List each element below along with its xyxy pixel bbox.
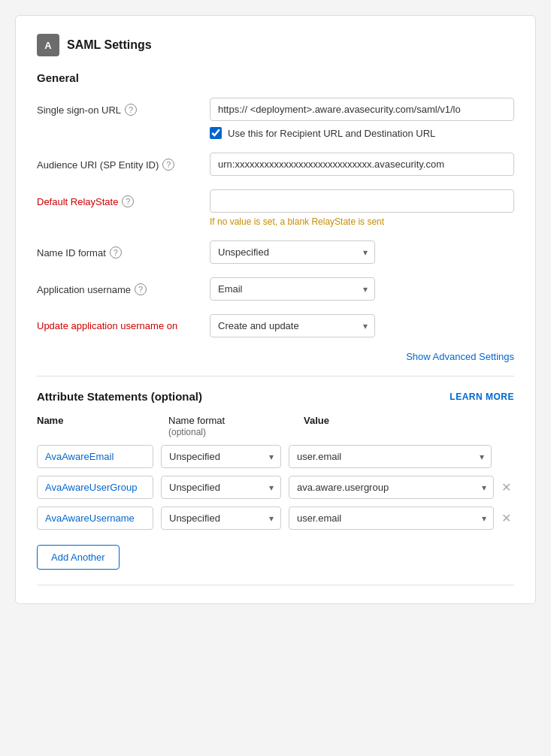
sso-url-controls: Use this for Recipient URL and Destinati… <box>210 98 514 139</box>
update-username-label: Update application username on <box>37 314 202 331</box>
attr-section-title: Attribute Statements (optional) <box>37 390 202 403</box>
remove-row-3-button[interactable]: ✕ <box>498 513 514 525</box>
general-section: General Single sign-on URL ? Use this fo… <box>37 71 514 362</box>
remove-row-2-button[interactable]: ✕ <box>498 482 514 494</box>
attr-format-select-wrap-3: Unspecified Basic URI Reference <box>161 507 281 530</box>
name-id-format-row: Name ID format ? Unspecified EmailAddres… <box>37 240 514 264</box>
attr-value-select-2[interactable]: ava.aware.usergroup user.email user.logi… <box>289 476 494 499</box>
attribute-statements-section: Attribute Statements (optional) LEARN MO… <box>37 390 514 570</box>
header-icon: A <box>37 34 59 56</box>
audience-uri-controls <box>210 153 514 176</box>
attr-value-select-wrap-2: ava.aware.usergroup user.email user.logi… <box>289 476 494 499</box>
app-username-row: Application username ? Email Username Cu… <box>37 277 514 301</box>
audience-uri-input[interactable] <box>210 153 514 176</box>
name-id-format-label: Name ID format ? <box>37 240 202 259</box>
attr-name-input-2[interactable] <box>37 476 153 499</box>
update-username-controls: Create and update Create only <box>210 314 514 337</box>
general-section-title: General <box>37 71 514 84</box>
attr-name-input-3[interactable] <box>37 507 153 530</box>
show-advanced-link[interactable]: Show Advanced Settings <box>406 351 514 362</box>
relay-state-label: Default RelayState ? <box>37 189 202 207</box>
recipient-url-checkbox-label: Use this for Recipient URL and Destinati… <box>228 128 435 139</box>
section-divider <box>37 376 514 376</box>
app-username-select-wrap: Email Username Custom <box>210 277 375 301</box>
attr-value-select-3[interactable]: user.email user.login user.firstName use… <box>289 507 494 530</box>
header-title: SAML Settings <box>67 38 152 52</box>
learn-more-link[interactable]: LEARN MORE <box>450 392 514 402</box>
update-username-select[interactable]: Create and update Create only <box>210 314 375 337</box>
recipient-url-checkbox[interactable] <box>210 127 222 139</box>
name-id-format-help-icon[interactable]: ? <box>110 246 122 259</box>
attr-row-1: Unspecified Basic URI Reference user.ema… <box>37 445 514 468</box>
relay-state-help-icon[interactable]: ? <box>122 195 134 207</box>
attr-name-input-1[interactable] <box>37 445 153 468</box>
app-username-label: Application username ? <box>37 277 202 295</box>
attr-row-2: Unspecified Basic URI Reference ava.awar… <box>37 476 514 499</box>
sso-url-row: Single sign-on URL ? Use this for Recipi… <box>37 98 514 139</box>
relay-state-row: Default RelayState ? If no value is set,… <box>37 189 514 227</box>
name-id-format-select-wrap: Unspecified EmailAddress Persistent Tran… <box>210 240 375 264</box>
app-username-controls: Email Username Custom <box>210 277 514 301</box>
attr-value-wrap-3: user.email user.login user.firstName use… <box>289 507 514 530</box>
attr-format-select-wrap-2: Unspecified Basic URI Reference <box>161 476 281 499</box>
attr-row-3: Unspecified Basic URI Reference user.ema… <box>37 507 514 530</box>
recipient-url-checkbox-row: Use this for Recipient URL and Destinati… <box>210 127 514 139</box>
col-value-header: Value <box>304 415 329 437</box>
app-username-select[interactable]: Email Username Custom <box>210 277 375 301</box>
audience-uri-help-icon[interactable]: ? <box>162 159 174 171</box>
attr-format-select-3[interactable]: Unspecified Basic URI Reference <box>161 507 281 530</box>
bottom-divider <box>37 585 514 585</box>
attr-format-select-2[interactable]: Unspecified Basic URI Reference <box>161 476 281 499</box>
show-advanced-row: Show Advanced Settings <box>37 351 514 362</box>
col-format-header: Name format (optional) <box>168 415 296 437</box>
attr-value-wrap-1: user.email user.login user.firstName use… <box>289 445 514 468</box>
audience-uri-label: Audience URI (SP Entity ID) ? <box>37 153 202 171</box>
sso-url-input[interactable] <box>210 98 514 121</box>
attr-format-select-1[interactable]: Unspecified Basic URI Reference <box>161 445 281 468</box>
attr-value-select-wrap-1: user.email user.login user.firstName use… <box>289 445 492 468</box>
update-username-row: Update application username on Create an… <box>37 314 514 337</box>
sso-url-label: Single sign-on URL ? <box>37 98 202 116</box>
col-name-header: Name <box>37 415 161 437</box>
attr-col-headers: Name Name format (optional) Value <box>37 415 514 437</box>
app-username-help-icon[interactable]: ? <box>135 283 147 295</box>
saml-settings-container: A SAML Settings General Single sign-on U… <box>15 15 536 604</box>
update-username-select-wrap: Create and update Create only <box>210 314 375 337</box>
audience-uri-row: Audience URI (SP Entity ID) ? <box>37 153 514 176</box>
relay-state-controls: If no value is set, a blank RelayState i… <box>210 189 514 227</box>
name-id-format-controls: Unspecified EmailAddress Persistent Tran… <box>210 240 514 264</box>
header: A SAML Settings <box>37 34 514 56</box>
attr-value-select-1[interactable]: user.email user.login user.firstName use… <box>289 445 492 468</box>
relay-state-input[interactable] <box>210 189 514 213</box>
relay-state-hint: If no value is set, a blank RelayState i… <box>210 216 514 227</box>
attr-value-wrap-2: ava.aware.usergroup user.email user.logi… <box>289 476 514 499</box>
add-another-button[interactable]: Add Another <box>37 545 120 570</box>
attr-section-header: Attribute Statements (optional) LEARN MO… <box>37 390 514 403</box>
attr-format-select-wrap-1: Unspecified Basic URI Reference <box>161 445 281 468</box>
attr-value-select-wrap-3: user.email user.login user.firstName use… <box>289 507 494 530</box>
name-id-format-select[interactable]: Unspecified EmailAddress Persistent Tran… <box>210 240 375 264</box>
sso-url-help-icon[interactable]: ? <box>125 104 137 116</box>
